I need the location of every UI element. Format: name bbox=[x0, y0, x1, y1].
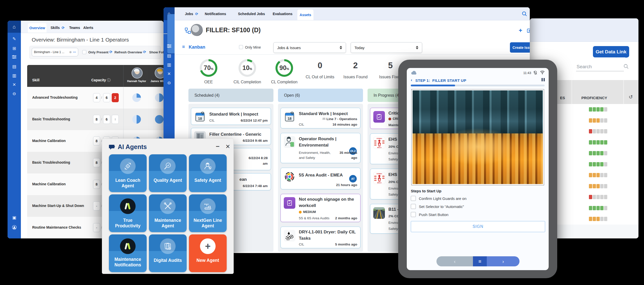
minimize-icon[interactable]: – bbox=[216, 142, 219, 150]
tab-jobs[interactable]: Jobs bbox=[185, 12, 193, 16]
document-icon[interactable]: ▤ bbox=[164, 53, 175, 58]
capacity-have[interactable]: 8 bbox=[93, 158, 100, 167]
capacity-have[interactable]: - bbox=[93, 201, 100, 210]
type-filter-select[interactable]: Jobs & Issues bbox=[273, 42, 346, 53]
avatar[interactable] bbox=[132, 67, 143, 79]
sign-button[interactable]: SIGN bbox=[411, 221, 545, 232]
refresh-overview-label[interactable]: Refresh Overview bbox=[114, 50, 142, 54]
tools-icon[interactable]: ✕ bbox=[8, 82, 21, 87]
back-chevron[interactable]: ‹ bbox=[411, 78, 412, 83]
tab-notifications[interactable]: Notifications bbox=[205, 12, 226, 16]
minus-circle-icon[interactable]: ⊖ bbox=[8, 91, 21, 96]
close-icon[interactable]: ✕ bbox=[225, 143, 230, 150]
job-card[interactable]: 18 Standard Work | Inspect Line 7 - Oper… bbox=[280, 108, 360, 128]
pencil-icon[interactable]: ✎ bbox=[8, 36, 21, 42]
svg-text:WALK: WALK bbox=[377, 182, 382, 184]
tab-skills[interactable]: Skills bbox=[51, 26, 60, 30]
tab-scheduled-jobs[interactable]: Scheduled Jobs bbox=[238, 12, 265, 16]
edit-icon[interactable] bbox=[527, 28, 530, 33]
agent-tile-lean-coach[interactable]: Lean Coach Agent bbox=[109, 154, 147, 192]
capacity-have[interactable]: 8 bbox=[93, 115, 100, 124]
kanban-view-label: Kanban bbox=[189, 45, 205, 50]
agent-tile-maintenance[interactable]: Maintenance Agent bbox=[149, 194, 187, 232]
agent-tile-nextgen-line[interactable]: NextGen Line Agent bbox=[189, 194, 227, 232]
archive-icon[interactable]: ▣ bbox=[8, 215, 21, 220]
tools-icon[interactable]: ✕ bbox=[164, 71, 175, 77]
document-icon[interactable]: ▤ bbox=[8, 64, 21, 69]
skill-pie[interactable] bbox=[132, 115, 141, 124]
prev-step-button[interactable]: ‹ bbox=[436, 256, 473, 266]
skill-pie[interactable] bbox=[132, 93, 141, 102]
agent-tile-quality[interactable]: Quality Agent bbox=[149, 154, 187, 192]
user-icon[interactable] bbox=[8, 225, 21, 230]
more-icon[interactable]: ⋯ bbox=[73, 50, 76, 54]
reset-icon[interactable]: ↻ bbox=[629, 94, 633, 100]
capacity-need[interactable]: 6 bbox=[103, 93, 110, 102]
avatar[interactable] bbox=[155, 67, 164, 79]
capacity-have[interactable]: 4 bbox=[93, 93, 100, 102]
add-icon[interactable]: + bbox=[519, 27, 522, 34]
assignee-badge[interactable]: AT bbox=[349, 175, 357, 183]
checkbox[interactable] bbox=[411, 212, 416, 217]
checkbox[interactable] bbox=[411, 204, 416, 209]
team-grid-icon[interactable]: ▥ bbox=[164, 62, 175, 67]
refresh-icon[interactable]: ⟳ bbox=[62, 26, 65, 30]
steps-menu-button[interactable]: ≡ bbox=[473, 256, 487, 266]
job-card[interactable]: Operator Rounds | Environmental OL2 Envi… bbox=[280, 133, 360, 163]
refresh-icon[interactable]: ⟳ bbox=[143, 50, 146, 54]
kanban-menu-icon[interactable]: ≡ bbox=[182, 44, 185, 50]
search-icon[interactable] bbox=[522, 11, 527, 17]
checkbox[interactable] bbox=[411, 196, 416, 201]
capacity-up-arrow[interactable]: ↑ bbox=[112, 115, 119, 124]
pause-icon[interactable] bbox=[542, 78, 545, 81]
capacity-have[interactable]: 8 bbox=[93, 180, 100, 189]
card-tag2: Safety bbox=[388, 157, 398, 161]
job-card[interactable]: DRY-L1-001 Dryer: Daily CIL Tasks CIL 5 … bbox=[280, 227, 360, 248]
step-checkbox-row[interactable]: Set Selector to “Automatic” bbox=[411, 204, 464, 209]
capacity-need[interactable]: 6 bbox=[103, 115, 110, 124]
minus-circle-icon[interactable]: ⊖ bbox=[164, 80, 175, 86]
agent-tile-safety[interactable]: Safety Agent bbox=[189, 154, 227, 192]
date-filter-select[interactable]: Today bbox=[351, 42, 422, 53]
get-data-link-button[interactable]: Get Data Link bbox=[593, 46, 629, 57]
tab-teams[interactable]: Teams bbox=[69, 26, 80, 30]
tab-overview[interactable]: Overview bbox=[28, 23, 47, 33]
asset-photo[interactable] bbox=[191, 24, 203, 36]
training-topbar bbox=[530, 18, 638, 42]
job-card[interactable]: 18 Standard Work | Inspect CIL 6/22/24 1… bbox=[191, 108, 271, 125]
step-checkbox-row[interactable]: Push Start Button bbox=[411, 212, 449, 217]
capacity-have[interactable]: 8 bbox=[93, 136, 100, 146]
sliders-icon[interactable] bbox=[8, 55, 21, 59]
create-issue-button[interactable]: Create Issue bbox=[510, 42, 530, 53]
refresh-icon[interactable]: ⟳ bbox=[109, 50, 112, 54]
sliders-icon[interactable] bbox=[164, 44, 175, 48]
skill-pie[interactable] bbox=[155, 115, 164, 124]
agent-tile-maintenance-notifications[interactable]: Maintenance Notifications bbox=[109, 234, 147, 272]
only-present-checkbox[interactable] bbox=[82, 50, 86, 54]
agent-tile-true-productivity[interactable]: True Productivity bbox=[109, 194, 147, 232]
grid-icon[interactable]: ⊞ bbox=[8, 46, 21, 51]
only-mine-checkbox[interactable] bbox=[239, 45, 243, 49]
skill-row[interactable]: Advanced Troubleshooting 4 / 6 2 bbox=[27, 87, 164, 109]
agent-tile-label: Maintenance Notifications bbox=[110, 257, 145, 268]
issue-card[interactable]: Not enough signage on the workcell MEDIU… bbox=[280, 194, 360, 222]
next-step-button[interactable]: › bbox=[487, 256, 519, 266]
hierarchy-icon[interactable] bbox=[185, 27, 191, 34]
refresh-icon[interactable]: ⟳ bbox=[195, 12, 198, 16]
grid-icon[interactable]: ⊞ bbox=[164, 33, 175, 34]
tab-evaluations[interactable]: Evaluations bbox=[273, 12, 293, 16]
skill-row[interactable]: Basic Troubleshooting 8 / 6 ↑ bbox=[27, 109, 164, 130]
tab-assets[interactable]: Assets bbox=[297, 10, 313, 20]
clear-icon[interactable]: ⊗ bbox=[69, 50, 72, 54]
new-agent-tile[interactable]: + New Agent bbox=[189, 234, 227, 272]
step-checkbox-row[interactable]: Confirm Light Guards are on bbox=[411, 196, 466, 201]
job-card[interactable]: 5S Area Audit - EMEA AT 21 hours ago bbox=[280, 168, 360, 189]
home-icon[interactable]: ⌂ bbox=[8, 21, 21, 33]
tab-alerts[interactable]: Alerts bbox=[83, 26, 93, 30]
capacity-have[interactable]: - bbox=[93, 223, 100, 232]
team-grid-icon[interactable]: ▥ bbox=[8, 73, 21, 78]
agent-tile-digital-audits[interactable]: Digital Audits bbox=[149, 234, 187, 272]
skill-pie[interactable] bbox=[155, 93, 164, 102]
line-select[interactable]: Birmingham - Line 1 ... ⊗ ⋯ bbox=[32, 48, 78, 56]
search-input[interactable] bbox=[576, 62, 624, 71]
